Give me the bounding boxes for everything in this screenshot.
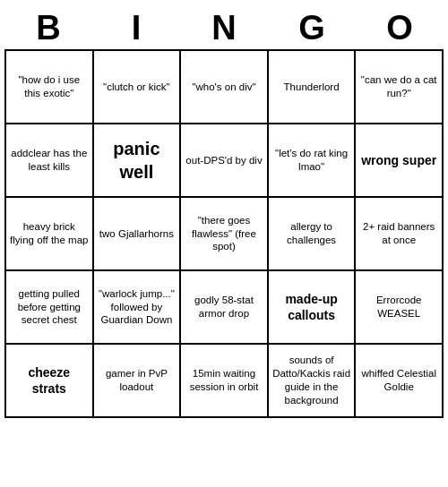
bingo-cell-13: allergy to challenges	[269, 198, 357, 271]
bingo-cell-4: "can we do a cat run?"	[356, 51, 444, 124]
bingo-cell-7: out-DPS'd by div	[181, 124, 269, 198]
bingo-cell-17: godly 58-stat armor drop	[181, 271, 269, 345]
bingo-cell-14: 2+ raid banners at once	[356, 198, 444, 271]
bingo-cell-20: cheeze strats	[6, 345, 94, 418]
bingo-cell-24: whiffed Celestial Goldie	[356, 345, 444, 418]
bingo-grid: "how do i use this exotic""clutch or kic…	[4, 49, 444, 418]
bingo-card: BINGO "how do i use this exotic""clutch …	[4, 7, 444, 418]
bingo-cell-19: Errorcode WEASEL	[356, 271, 444, 345]
bingo-cell-15: getting pulled before getting secret che…	[6, 271, 94, 345]
bingo-cell-18: made-up callouts	[269, 271, 357, 345]
bingo-header: BINGO	[4, 7, 444, 49]
bingo-letter-n: N	[180, 7, 268, 49]
bingo-cell-6: panic well	[94, 124, 182, 198]
bingo-letter-b: B	[4, 7, 92, 49]
bingo-letter-g: G	[268, 7, 356, 49]
bingo-cell-16: "warlock jump..." followed by Guardian D…	[94, 271, 182, 345]
bingo-cell-8: "let's do rat king lmao"	[269, 124, 357, 198]
bingo-cell-12: "there goes flawless" (free spot)	[181, 198, 269, 271]
bingo-cell-3: Thunderlord	[269, 51, 357, 124]
bingo-letter-i: I	[92, 7, 180, 49]
bingo-cell-21: gamer in PvP loadout	[94, 345, 182, 418]
bingo-cell-1: "clutch or kick"	[94, 51, 182, 124]
bingo-cell-5: addclear has the least kills	[6, 124, 94, 198]
bingo-cell-11: two Gjallarhorns	[94, 198, 182, 271]
bingo-letter-o: O	[356, 7, 444, 49]
bingo-cell-22: 15min waiting session in orbit	[181, 345, 269, 418]
bingo-cell-9: wrong super	[356, 124, 444, 198]
bingo-cell-2: "who's on div"	[181, 51, 269, 124]
bingo-cell-0: "how do i use this exotic"	[6, 51, 94, 124]
bingo-cell-23: sounds of Datto/Kackis raid guide in the…	[269, 345, 357, 418]
bingo-cell-10: heavy brick flying off the map	[6, 198, 94, 271]
